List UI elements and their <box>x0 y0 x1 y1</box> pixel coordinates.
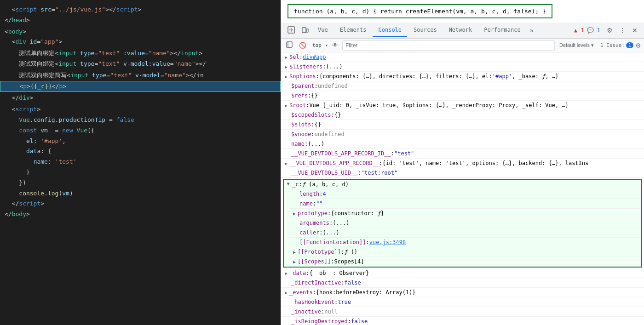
code-line: data: { <box>0 146 281 157</box>
console-row: ▶ $root: Vue {_uid: 0, _isVue: true, $op… <box>281 101 644 110</box>
expand-scopes-arrow[interactable]: ▶ <box>293 257 296 265</box>
expand-root-arrow[interactable]: ▶ <box>285 101 288 109</box>
c-caller-row: caller: (...) <box>289 228 641 238</box>
expand-devtools-record-arrow[interactable]: ▶ <box>285 159 288 167</box>
tab-sources[interactable]: Sources <box>408 24 443 37</box>
code-line: <div id="app"> <box>0 37 281 47</box>
expand-events-arrow[interactable]: ▶ <box>285 288 288 296</box>
console-toolbar: 🚫 top ▾ 👁 Default levels ▾ 1 Issue: 1 ⚙ <box>281 39 644 52</box>
c-scopes-row: ▶ [[Scopes]]: Scopes[4] <box>289 257 641 267</box>
console-row: _hasHookEvent: true <box>281 297 644 307</box>
code-line: const vm = new Vue({ <box>0 125 281 136</box>
code-line: 测试双向绑定<input type="text" v-model:value="… <box>0 59 281 69</box>
console-filter-input[interactable] <box>342 40 555 51</box>
console-output[interactable]: ▶ $el: div#app ▶ $listeners: (...) ▶ $op… <box>281 52 644 325</box>
devtools-tabs: Vue Elements Console Sources Network Per… <box>281 23 644 39</box>
code-line: console.log(vm) <box>0 188 281 199</box>
console-row: ▶ $el: div#app <box>281 52 644 62</box>
code-line: </body> <box>0 209 281 220</box>
code-line: name: 'test' <box>0 157 281 167</box>
warning-count-badge: 💬 1 <box>587 27 600 34</box>
sidebar-icon <box>286 41 293 48</box>
code-line: }) <box>0 178 281 188</box>
close-devtools-button[interactable]: ✕ <box>629 25 640 36</box>
code-line: </head> <box>0 15 281 26</box>
settings-button[interactable]: ⚙ <box>604 25 615 36</box>
default-levels-button[interactable]: Default levels ▾ <box>557 41 597 49</box>
console-row: __VUE_DEVTOOLS_UID__: "test:root" <box>281 168 644 178</box>
c-arguments-row: arguments: (...) <box>289 218 641 228</box>
highlighted-header-row: ▶ _c: ƒ (a, b, c, d) <box>284 180 641 189</box>
sidebar-toggle-button[interactable] <box>284 40 295 51</box>
c-function-location-row: [[FunctionLocation]]: vue.js:3498 <box>289 238 641 247</box>
more-options-button[interactable]: ⋮ <box>616 25 628 36</box>
c-length-row: length: 4 <box>289 189 641 199</box>
console-row: _directInactive: false <box>281 278 644 288</box>
c-prototype2-row: ▶ [[Prototype]]: ƒ () <box>289 247 641 257</box>
code-line: 测试双向绑定简写<input type="text" v-model="name… <box>0 70 281 81</box>
expand-prototype-arrow[interactable]: ▶ <box>293 209 296 217</box>
code-line-highlighted: <p>{{_c}}</p> <box>0 81 281 92</box>
top-label: top <box>310 42 323 48</box>
c-prototype-row: ▶ prototype: {constructor: ƒ} <box>289 209 641 218</box>
console-row: $vnode: undefined <box>281 130 644 139</box>
tab-network[interactable]: Network <box>443 24 478 37</box>
dropdown-arrow-icon: ▾ <box>325 43 328 48</box>
console-row: $refs: {} <box>281 91 644 101</box>
device-icon <box>301 26 309 34</box>
code-line: 测试单向绑定<input type="text" :value="name"><… <box>0 48 281 59</box>
tab-elements[interactable]: Elements <box>334 24 372 37</box>
expand-listeners-arrow[interactable]: ▶ <box>285 63 288 70</box>
issue-count-badge: 1 <box>626 42 633 48</box>
console-row: ▶ __VUE_DEVTOOLS_APP_RECORD__: {id: 'tes… <box>281 159 644 168</box>
svg-rect-2 <box>306 29 308 32</box>
console-row: $slots: {} <box>281 120 644 130</box>
tab-console[interactable]: Console <box>373 24 407 37</box>
error-count-badge: ▲ 1 <box>574 27 584 34</box>
devtools-panel: function (a, b, c, d) { return createEle… <box>281 0 644 325</box>
console-row: ▶ $listeners: (...) <box>281 62 644 72</box>
device-toggle-button[interactable] <box>299 24 311 37</box>
c-name-row: name: "" <box>289 199 641 209</box>
issue-badge: 1 Issue: 1 <box>600 42 633 48</box>
code-line: <body> <box>0 27 281 37</box>
console-row: name: (...) <box>281 139 644 149</box>
clear-console-button[interactable]: 🚫 <box>297 40 309 50</box>
code-line: } <box>0 167 281 178</box>
console-row: $scopedSlots: {} <box>281 110 644 120</box>
console-row: _inactive: null <box>281 307 644 317</box>
console-row: ▶ _events: {hook:beforeDestroy: Array(1)… <box>281 288 644 297</box>
expand-options-arrow[interactable]: ▶ <box>285 72 288 80</box>
tooltip-bar: function (a, b, c, d) { return createEle… <box>288 4 552 18</box>
console-row: $parent: undefined <box>281 81 644 91</box>
code-line: Vue.config.productionTip = false <box>0 115 281 125</box>
console-row: __VUE_DEVTOOLS_APP_RECORD_ID__: "test" <box>281 149 644 159</box>
code-line: </script> <box>0 199 281 209</box>
console-row: _isBeingDestroyed: false <box>281 317 644 325</box>
show-live-expression-button[interactable]: 👁 <box>330 40 340 50</box>
expand-c-arrow[interactable]: ▶ <box>285 182 293 185</box>
tab-performance[interactable]: Performance <box>478 24 526 37</box>
console-row: ▶ $options: {components: {…}, directives… <box>281 72 644 81</box>
code-line: <script src="../js/vue.js"></script> <box>0 5 281 15</box>
svg-rect-3 <box>287 42 292 47</box>
code-line: el: '#app', <box>0 136 281 147</box>
more-tabs-button[interactable]: » <box>527 25 536 36</box>
inspect-icon <box>288 26 295 34</box>
code-line: </div> <box>0 93 281 103</box>
console-settings-button[interactable]: ⚙ <box>635 42 641 49</box>
tab-vue[interactable]: Vue <box>312 24 334 37</box>
editor-panel: <script src="../js/vue.js"></script> </h… <box>0 0 281 325</box>
expand-data-arrow[interactable]: ▶ <box>285 269 288 277</box>
expand-el-arrow[interactable]: ▶ <box>285 53 288 61</box>
expand-proto2-arrow[interactable]: ▶ <box>293 248 296 256</box>
inspect-button[interactable] <box>285 24 298 37</box>
highlighted-section: ▶ _c: ƒ (a, b, c, d) length: 4 name: "" … <box>283 179 642 268</box>
svg-rect-1 <box>302 28 306 33</box>
code-line: <script> <box>0 104 281 115</box>
console-row: ▶ _data: {__ob__: Observer} <box>281 268 644 278</box>
